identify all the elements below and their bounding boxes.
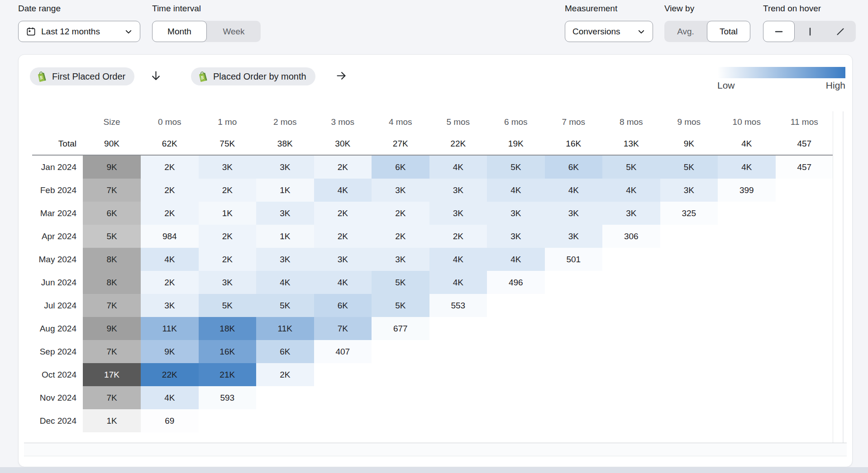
heatmap-cell[interactable]: 6K xyxy=(314,294,372,317)
heatmap-cell[interactable]: 4K xyxy=(141,248,199,271)
heatmap-cell[interactable]: 457 xyxy=(776,156,834,179)
trend-option-diagonal-line[interactable] xyxy=(825,21,856,42)
heatmap-cell[interactable]: 6K xyxy=(256,340,314,363)
heatmap-cell[interactable]: 3K xyxy=(545,225,603,248)
vertical-scrollbar[interactable] xyxy=(843,111,844,451)
heatmap-cell[interactable]: 2K xyxy=(199,179,257,202)
cohort-size-cell[interactable]: 8K xyxy=(83,248,141,271)
cohort-size-cell[interactable]: 8K xyxy=(83,271,141,294)
heatmap-cell[interactable]: 3K xyxy=(545,202,603,225)
heatmap-cell[interactable]: 3K xyxy=(256,202,314,225)
heatmap-cell[interactable]: 3K xyxy=(429,202,487,225)
heatmap-cell[interactable]: 3K xyxy=(256,248,314,271)
heatmap-cell[interactable]: 4K xyxy=(602,179,660,202)
heatmap-cell[interactable]: 21K xyxy=(199,363,257,386)
heatmap-cell[interactable]: 69 xyxy=(141,409,199,432)
heatmap-cell[interactable]: 18K xyxy=(199,317,257,340)
heatmap-cell[interactable]: 4K xyxy=(429,248,487,271)
heatmap-cell[interactable]: 11K xyxy=(141,317,199,340)
heatmap-cell[interactable]: 3K xyxy=(429,179,487,202)
heatmap-cell[interactable]: 6K xyxy=(545,156,603,179)
heatmap-cell[interactable]: 3K xyxy=(487,202,545,225)
heatmap-cell[interactable]: 7K xyxy=(314,317,372,340)
heatmap-cell[interactable]: 3K xyxy=(602,202,660,225)
heatmap-cell[interactable]: 2K xyxy=(199,225,257,248)
cohort-size-cell[interactable]: 7K xyxy=(83,386,141,409)
time-interval-option-week[interactable]: Week xyxy=(207,21,261,42)
start-event-pill[interactable]: S First Placed Order xyxy=(30,67,134,85)
heatmap-cell[interactable]: 3K xyxy=(487,225,545,248)
heatmap-cell[interactable]: 2K xyxy=(314,202,372,225)
time-interval-option-month[interactable]: Month xyxy=(152,21,207,42)
cohort-size-cell[interactable]: 5K xyxy=(83,225,141,248)
heatmap-cell[interactable]: 22K xyxy=(141,363,199,386)
heatmap-cell[interactable]: 5K xyxy=(660,156,718,179)
heatmap-cell[interactable]: 1K xyxy=(256,225,314,248)
heatmap-cell[interactable]: 2K xyxy=(256,363,314,386)
heatmap-cell[interactable]: 984 xyxy=(141,225,199,248)
heatmap-cell[interactable]: 407 xyxy=(314,340,372,363)
heatmap-cell[interactable]: 553 xyxy=(429,294,487,317)
heatmap-cell[interactable]: 4K xyxy=(429,156,487,179)
heatmap-cell[interactable]: 3K xyxy=(660,179,718,202)
heatmap-cell[interactable]: 2K xyxy=(141,202,199,225)
heatmap-cell[interactable]: 306 xyxy=(602,225,660,248)
heatmap-cell[interactable]: 3K xyxy=(372,179,429,202)
heatmap-cell[interactable]: 11K xyxy=(256,317,314,340)
cohort-size-cell[interactable]: 1K xyxy=(83,409,141,432)
heatmap-cell[interactable]: 4K xyxy=(545,179,603,202)
heatmap-cell[interactable]: 2K xyxy=(141,179,199,202)
measurement-dropdown[interactable]: Conversions xyxy=(565,21,653,42)
heatmap-cell[interactable]: 4K xyxy=(487,248,545,271)
heatmap-cell[interactable]: 2K xyxy=(314,156,372,179)
trend-option-vertical-line[interactable] xyxy=(795,21,825,42)
cohort-size-cell[interactable]: 7K xyxy=(83,294,141,317)
heatmap-cell[interactable]: 496 xyxy=(487,271,545,294)
heatmap-cell[interactable]: 2K xyxy=(141,156,199,179)
heatmap-cell[interactable]: 2K xyxy=(314,225,372,248)
heatmap-cell[interactable]: 2K xyxy=(429,225,487,248)
heatmap-cell[interactable]: 16K xyxy=(199,340,257,363)
heatmap-cell[interactable]: 4K xyxy=(314,179,372,202)
heatmap-cell[interactable]: 3K xyxy=(199,156,257,179)
heatmap-cell[interactable]: 2K xyxy=(141,271,199,294)
heatmap-cell[interactable]: 4K xyxy=(314,271,372,294)
heatmap-cell[interactable]: 2K xyxy=(199,248,257,271)
heatmap-cell[interactable]: 5K xyxy=(602,156,660,179)
heatmap-cell[interactable]: 5K xyxy=(372,294,429,317)
heatmap-cell[interactable]: 3K xyxy=(141,294,199,317)
cohort-size-cell[interactable]: 9K xyxy=(83,317,141,340)
heatmap-cell[interactable]: 5K xyxy=(256,294,314,317)
cohort-size-cell[interactable]: 7K xyxy=(83,340,141,363)
return-event-pill[interactable]: S Placed Order by month xyxy=(191,67,315,85)
cohort-size-cell[interactable]: 9K xyxy=(83,156,141,179)
heatmap-cell[interactable]: 4K xyxy=(141,386,199,409)
heatmap-cell[interactable]: 325 xyxy=(660,202,718,225)
cohort-size-cell[interactable]: 17K xyxy=(83,363,141,386)
heatmap-cell[interactable]: 4K xyxy=(487,179,545,202)
heatmap-cell[interactable]: 399 xyxy=(718,179,776,202)
heatmap-cell[interactable]: 2K xyxy=(372,202,429,225)
heatmap-cell[interactable]: 4K xyxy=(256,271,314,294)
heatmap-cell[interactable]: 2K xyxy=(372,225,429,248)
heatmap-cell[interactable]: 677 xyxy=(372,317,429,340)
date-range-dropdown[interactable]: Last 12 months xyxy=(18,21,140,42)
heatmap-cell[interactable]: 9K xyxy=(141,340,199,363)
heatmap-cell[interactable]: 3K xyxy=(256,156,314,179)
cohort-size-cell[interactable]: 6K xyxy=(83,202,141,225)
trend-option-horizontal-line[interactable] xyxy=(763,21,795,42)
heatmap-cell[interactable]: 5K xyxy=(487,156,545,179)
heatmap-cell[interactable]: 501 xyxy=(545,248,603,271)
heatmap-cell[interactable]: 1K xyxy=(199,202,257,225)
view-by-option-avg[interactable]: Avg. xyxy=(664,21,707,42)
heatmap-cell[interactable]: 1K xyxy=(256,179,314,202)
heatmap-cell[interactable]: 5K xyxy=(372,271,429,294)
heatmap-cell[interactable]: 3K xyxy=(199,271,257,294)
heatmap-cell[interactable]: 3K xyxy=(372,248,429,271)
heatmap-cell[interactable]: 4K xyxy=(429,271,487,294)
heatmap-cell[interactable]: 6K xyxy=(372,156,429,179)
heatmap-cell[interactable]: 4K xyxy=(718,156,776,179)
view-by-option-total[interactable]: Total xyxy=(707,21,750,42)
heatmap-cell[interactable]: 3K xyxy=(314,248,372,271)
cohort-size-cell[interactable]: 7K xyxy=(83,179,141,202)
